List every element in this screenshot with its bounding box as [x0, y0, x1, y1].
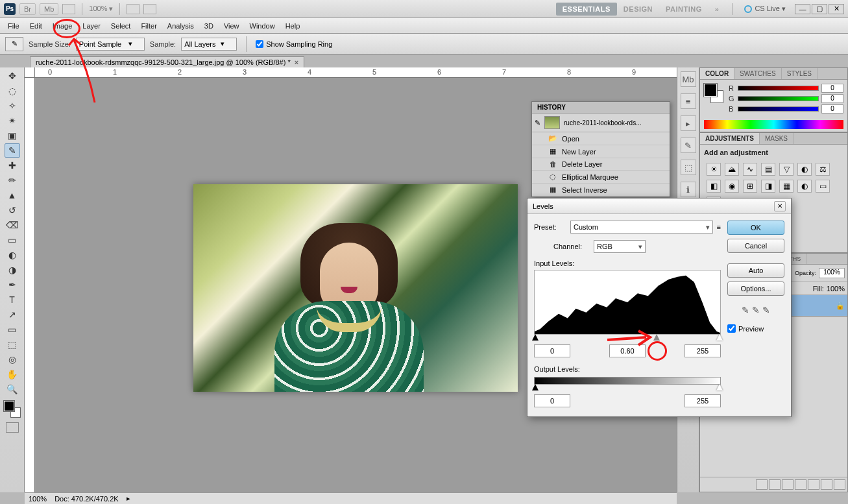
midtones-handle[interactable] — [653, 334, 660, 341]
zoom-tool[interactable]: 🔍 — [5, 382, 20, 396]
eyedropper-tool[interactable]: ✎ — [5, 143, 20, 158]
adj-hue-icon[interactable]: ◐ — [797, 163, 812, 176]
3d-tool[interactable]: ⬚ — [5, 337, 20, 352]
ruler-horizontal[interactable]: 0123456789 — [35, 67, 677, 78]
adj-bw-icon[interactable]: ◧ — [707, 180, 721, 193]
output-low-handle[interactable] — [532, 384, 539, 390]
minibridge-button[interactable]: Mb — [40, 3, 58, 15]
stamp-tool[interactable]: ▲ — [5, 188, 20, 202]
pen-tool[interactable]: ✒ — [5, 278, 20, 292]
levels-close-button[interactable]: ✕ — [774, 201, 786, 211]
menu-layer[interactable]: Layer — [77, 19, 106, 32]
tab-styles[interactable]: STYLES — [782, 68, 818, 79]
adj-exposure-icon[interactable]: ▤ — [761, 163, 775, 176]
adjustment-layer-button[interactable] — [795, 479, 806, 490]
input-slider[interactable] — [534, 334, 721, 343]
lasso-tool[interactable]: ✧ — [5, 99, 20, 113]
blue-slider[interactable] — [738, 106, 819, 112]
options-button[interactable]: Options... — [727, 282, 784, 296]
history-item-selectinverse[interactable]: ▦Select Inverse — [532, 184, 670, 197]
history-item-marquee[interactable]: ◌Elliptical Marquee — [532, 171, 670, 184]
shadows-input[interactable] — [534, 344, 570, 357]
opacity-value[interactable]: 100% — [819, 268, 845, 278]
color-spectrum[interactable] — [704, 120, 843, 129]
output-low-input[interactable] — [534, 394, 570, 407]
adj-gradient-map-icon[interactable]: ▭ — [816, 180, 830, 193]
status-arrow-icon[interactable]: ▸ — [127, 494, 130, 503]
red-value[interactable]: 0 — [821, 84, 843, 93]
history-brush-tool[interactable]: ↺ — [5, 203, 20, 217]
preset-select[interactable]: Custom — [570, 221, 713, 234]
ruler-vertical[interactable] — [25, 78, 35, 492]
window-restore-button[interactable]: ▢ — [812, 4, 827, 14]
adj-curves-icon[interactable]: ∿ — [743, 163, 757, 176]
color-swatch[interactable] — [704, 84, 723, 103]
actions-panel-icon[interactable]: ▸ — [681, 115, 696, 131]
brush-tool[interactable]: ✏ — [5, 173, 20, 187]
output-high-handle[interactable] — [716, 384, 723, 390]
type-tool[interactable]: T — [5, 293, 20, 307]
healing-tool[interactable]: ✚ — [5, 158, 20, 173]
move-tool[interactable]: ✥ — [5, 69, 20, 83]
workspace-design[interactable]: DESIGN — [617, 3, 659, 16]
ok-button[interactable]: OK — [727, 221, 784, 235]
group-button[interactable] — [808, 479, 819, 490]
window-minimize-button[interactable]: — — [795, 4, 810, 14]
menu-select[interactable]: Select — [106, 19, 136, 32]
close-tab-icon[interactable]: × — [295, 58, 298, 66]
menu-view[interactable]: View — [219, 19, 245, 32]
sample-size-select[interactable]: Point Sample▾ — [76, 38, 145, 51]
window-close-button[interactable]: ✕ — [829, 4, 844, 14]
marquee-tool[interactable]: ◌ — [5, 84, 20, 98]
status-docinfo[interactable]: Doc: 470.2K/470.2K — [55, 495, 118, 503]
channel-select[interactable]: RGB — [594, 240, 646, 253]
green-value[interactable]: 0 — [821, 94, 843, 103]
auto-button[interactable]: Auto — [727, 263, 784, 278]
arrange-docs-dropdown[interactable] — [127, 4, 139, 14]
menu-edit[interactable]: Edit — [25, 19, 47, 32]
history-tab[interactable]: HISTORY — [532, 102, 571, 113]
bridge-button[interactable]: Br — [19, 3, 36, 15]
zoom-level[interactable]: 100% ▾ — [89, 5, 113, 13]
cslive-button[interactable]: CS Live ▾ — [739, 5, 791, 13]
preview-checkbox[interactable] — [727, 324, 736, 333]
blue-value[interactable]: 0 — [821, 104, 843, 114]
preset-menu-icon[interactable]: ≡ — [717, 223, 721, 231]
adj-channel-mixer-icon[interactable]: ⊞ — [743, 180, 757, 193]
highlights-input[interactable] — [684, 344, 721, 357]
output-slider[interactable] — [534, 384, 721, 393]
magic-wand-tool[interactable]: ✴ — [5, 114, 20, 128]
history-snapshot[interactable]: ✎ ruche-2011-lookbook-rds... — [532, 114, 670, 132]
highlights-handle[interactable] — [716, 334, 723, 341]
layer-style-button[interactable] — [769, 479, 781, 490]
info-panel-icon[interactable]: ℹ — [681, 182, 696, 197]
adj-colorbalance-icon[interactable]: ⚖ — [816, 163, 830, 176]
hand-tool[interactable]: ✋ — [5, 367, 20, 381]
gradient-tool[interactable]: ▭ — [5, 233, 20, 247]
green-slider[interactable] — [738, 96, 819, 101]
gray-eyedropper-icon[interactable]: ✎ — [752, 305, 760, 315]
tab-masks[interactable]: MASKS — [760, 133, 793, 144]
dodge-tool[interactable]: ◑ — [5, 263, 20, 277]
adj-vibrance-icon[interactable]: ▽ — [779, 163, 793, 176]
black-eyedropper-icon[interactable]: ✎ — [742, 305, 749, 315]
link-layers-button[interactable] — [756, 479, 768, 490]
tab-swatches[interactable]: SWATCHES — [734, 68, 782, 79]
history-item-deletelayer[interactable]: 🗑Delete Layer — [532, 158, 670, 171]
adj-brightness-icon[interactable]: ☀ — [707, 163, 721, 176]
crop-tool[interactable]: ▣ — [5, 128, 20, 143]
history-item-newlayer[interactable]: ▦New Layer — [532, 145, 670, 158]
workspace-more[interactable]: » — [709, 3, 726, 16]
menu-image[interactable]: Image — [47, 19, 78, 32]
menu-window[interactable]: Window — [245, 19, 280, 32]
3d-camera-tool[interactable]: ◎ — [5, 352, 20, 366]
path-select-tool[interactable]: ↗ — [5, 307, 20, 322]
clone-panel-icon[interactable]: ⬚ — [681, 160, 696, 175]
menu-help[interactable]: Help — [280, 19, 306, 32]
midtones-input[interactable] — [609, 344, 646, 357]
minibridge-panel-icon[interactable]: Mb — [681, 71, 696, 87]
adj-posterize-icon[interactable]: ▦ — [779, 180, 793, 193]
adj-invert-icon[interactable]: ◨ — [761, 180, 775, 193]
workspace-painting[interactable]: PAINTING — [659, 3, 709, 16]
menu-filter[interactable]: Filter — [136, 19, 162, 32]
